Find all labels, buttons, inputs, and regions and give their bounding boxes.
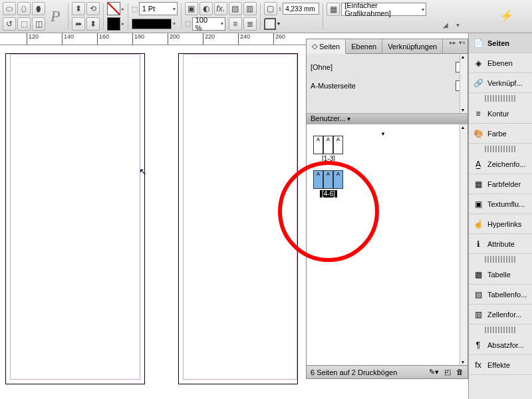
dock-item[interactable]: ▥Zellenfor... [469,305,532,325]
tool-btn[interactable]: ⬭ [3,2,16,15]
fx-button[interactable]: fx. [214,2,227,15]
ruler-tick: 220 [203,33,215,45]
dock-icon: ℹ [473,239,483,249]
dock-icon: 🎨 [473,128,483,139]
tool-btn[interactable]: ◐ [200,2,213,15]
tool-btn[interactable]: ⬯ [17,2,31,15]
spread[interactable]: AAA[4-6] [313,170,453,198]
menu-icon[interactable]: ▾≡ [458,39,466,47]
page[interactable] [5,53,145,384]
tool-btn[interactable]: ≣ [243,17,257,31]
master-none[interactable]: [Ohne] [311,58,464,76]
tool-btn[interactable]: ⬍ [86,17,100,31]
dock-label: Seiten [487,39,509,47]
dock-label: Absatzfor... [487,341,524,349]
tab-pages[interactable]: ◇ Seiten [307,39,346,54]
right-dock: 📄Seiten◈Ebenen🔗Verknüpf...≡Kontur🎨FarbeA… [468,33,532,399]
dock-item[interactable]: ◈Ebenen [469,53,532,73]
measurement-input[interactable] [283,3,319,15]
spread[interactable]: ▼AAA[1-3] [313,131,453,162]
page[interactable] [178,53,298,384]
dock-label: Ebenen [487,59,513,67]
scrollbar[interactable] [460,54,467,113]
tool-btn[interactable]: ▥ [243,2,257,15]
collapse-icon[interactable]: ▸▸ [449,39,457,47]
edit-icon[interactable]: ✎▾ [429,368,439,376]
dock-icon: ▤ [473,289,483,300]
bolt-icon[interactable]: ⚡ [500,9,513,22]
panel-tabs: ◇ Seiten Ebenen Verknüpfungen ▸▸ ▾≡ [307,39,467,54]
dock-item[interactable]: ▤Tabellenfo... [469,285,532,305]
tool-btn[interactable]: ⬚ [17,17,31,31]
dock-icon: ▦ [473,269,483,280]
tool-btn[interactable]: ⬌ [72,17,85,31]
tab-layers[interactable]: Ebenen [346,39,382,53]
tool-btn[interactable]: ▦ [327,3,340,16]
dock-item[interactable]: A̲Zeichenfo... [469,154,532,174]
page-margin [183,54,297,380]
ruler-tick: 180 [132,33,144,45]
dock-icon: ▦ [473,179,483,190]
dock-item[interactable]: ℹAttribute [469,234,532,254]
tool-btn[interactable]: ⬍ [72,2,85,15]
dock-label: Farbfelder [487,180,521,188]
master-a[interactable]: A-Musterseite [311,76,464,95]
tool-btn[interactable]: ▤ [229,2,242,15]
tool-btn[interactable]: ▢ [264,2,277,15]
new-page-icon[interactable]: ◰ [444,368,451,376]
page-thumb[interactable]: A [313,170,323,189]
page-margin [10,54,140,380]
zoom-dropdown[interactable]: 100 % [192,17,225,31]
dock-item[interactable]: ☝Hyperlinks [469,214,532,234]
ruler-tick: 140 [62,33,74,45]
masters-list: [Ohne] A-Musterseite [307,54,467,114]
expand-icon[interactable]: ◢ [443,21,452,31]
tab-links[interactable]: Verknüpfungen [382,39,443,53]
dock-item[interactable]: fxEffekte [469,355,532,375]
expand-icon[interactable]: ▾ [456,21,466,31]
dock-label: Tabelle [487,271,511,279]
dock-label: Attribute [487,240,515,248]
page-thumb[interactable]: A [333,170,343,189]
dock-item[interactable]: ▣Textumflu... [469,194,532,214]
dock-icon: ≡ [473,108,483,119]
dock-icon: 🔗 [473,78,483,88]
dock-icon: ¶ [473,340,483,350]
dock-item[interactable]: ▦Tabelle [469,265,532,285]
trash-icon[interactable]: 🗑 [456,368,464,376]
frame-type-dropdown[interactable]: [Einfacher Grafikrahmen] [341,3,426,16]
page-count-label: 6 Seiten auf 2 Druckbögen [311,368,397,376]
dock-item[interactable]: ¶Absatzfor... [469,335,532,355]
page-thumb[interactable]: A [313,136,323,154]
spread-label: [4-6] [320,190,337,198]
dock-icon: ▥ [473,309,483,320]
fill-swatch[interactable] [107,17,120,31]
dock-item[interactable]: ▦Farbfelder [469,174,532,194]
tool-btn[interactable]: ⬮ [32,2,45,15]
dock-item[interactable]: ≡Kontur [469,104,532,124]
tool-btn[interactable]: ≡ [229,17,242,31]
tool-btn[interactable]: ◫ [32,17,45,31]
page-thumb[interactable]: A [323,170,333,189]
tool-btn[interactable]: ⟲ [86,2,100,15]
ruler-tick: 120 [27,33,39,45]
dock-item[interactable]: 📄Seiten [469,33,532,53]
page-thumb[interactable]: A [333,136,343,154]
tool-btn[interactable]: ↺ [3,17,16,31]
dock-label: Hyperlinks [487,220,521,228]
tool-btn[interactable]: ▣ [185,2,198,15]
dock-item[interactable]: 🎨Farbe [469,124,532,144]
stroke-weight-dropdown[interactable]: 1 Pt [139,2,178,15]
panel-section-header[interactable]: Benutzer... ▾ [307,114,467,124]
scrollbar[interactable] [460,124,467,365]
corner-icon[interactable] [264,18,276,30]
type-icon: P [51,7,61,25]
stroke-style[interactable] [132,19,172,29]
dock-icon: ◈ [473,58,483,68]
dock-icon: ▣ [473,199,483,209]
page-thumb[interactable]: A [323,136,333,154]
dock-label: Textumflu... [487,200,525,208]
stroke-swatch[interactable] [107,2,120,15]
dock-item[interactable]: 🔗Verknüpf... [469,73,532,93]
spread-label: [1-3] [322,155,335,162]
